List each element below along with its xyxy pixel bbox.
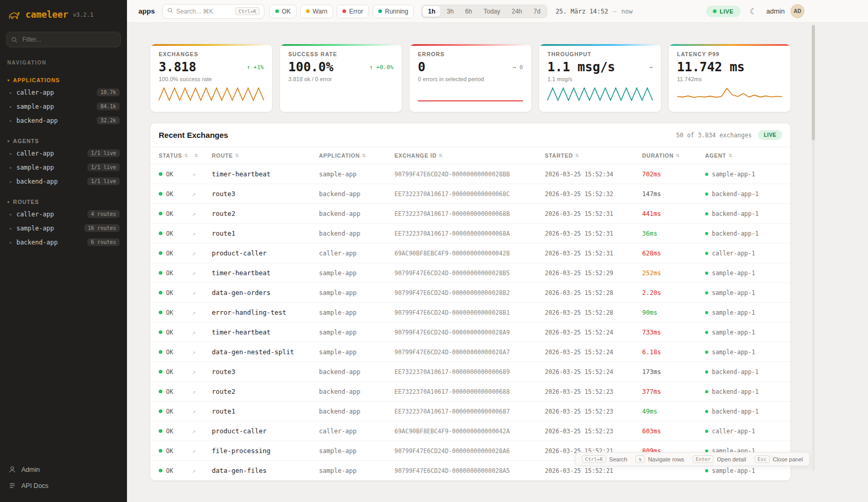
- table-row[interactable]: OK ↗ timer-heartbeat sample-app 90799F47…: [150, 323, 790, 342]
- sidebar-item-route[interactable]: ▸ caller-app 4 routes: [0, 207, 127, 221]
- range-button[interactable]: 24h: [506, 6, 527, 17]
- count-badge: 84.1k: [97, 102, 120, 110]
- table-row[interactable]: OK ↗ data-gen-orders sample-app 90799F47…: [150, 283, 790, 303]
- range-button[interactable]: 6h: [460, 6, 477, 17]
- table-row[interactable]: OK ↗ route3 backend-app EE7322370A10617-…: [150, 184, 790, 204]
- open-detail-icon[interactable]: ↗: [192, 171, 212, 178]
- column-label: STARTED: [545, 152, 573, 159]
- table-row[interactable]: OK ↗ timer-heartbeat sample-app 90799F47…: [150, 263, 790, 283]
- status-label: OK: [166, 171, 173, 178]
- filter-chip[interactable]: Error: [337, 5, 369, 18]
- open-detail-icon[interactable]: ↗: [192, 309, 212, 316]
- sidebar-section-routes[interactable]: ▾ ROUTES: [0, 197, 127, 207]
- open-detail-icon[interactable]: ↗: [192, 388, 212, 395]
- open-detail-icon[interactable]: ↗: [192, 428, 212, 435]
- filter-input[interactable]: [6, 32, 121, 47]
- sort-icon: ⇅: [676, 153, 680, 158]
- column-header[interactable]: ⇅: [192, 153, 212, 158]
- table-live-badge[interactable]: LIVE: [758, 130, 782, 140]
- column-header[interactable]: DURATION ⇅: [642, 152, 705, 159]
- chip-label: Warn: [313, 8, 327, 15]
- stat-delta: → 0: [513, 64, 523, 71]
- agent-label: sample-app-1: [712, 467, 755, 474]
- range-button[interactable]: 7d: [528, 6, 545, 17]
- status-dot-icon: [159, 449, 162, 453]
- table-row[interactable]: OK ↗ route2 backend-app EE7322370A10617-…: [150, 382, 790, 402]
- table-row[interactable]: OK ↗ data-gen-nested-split sample-app 90…: [150, 342, 790, 362]
- table-body: OK ↗ timer-heartbeat sample-app 90799F47…: [150, 164, 790, 481]
- open-detail-icon[interactable]: ↗: [192, 329, 212, 336]
- open-detail-icon[interactable]: ↗: [192, 230, 212, 237]
- open-detail-icon[interactable]: ↗: [192, 368, 212, 376]
- scrollbar-thumb[interactable]: [812, 25, 815, 140]
- logo[interactable]: cameleer v3.2.1: [0, 0, 127, 27]
- dark-mode-toggle[interactable]: ☾: [746, 4, 761, 19]
- search-input[interactable]: Search... ⌘K Ctrl+K: [162, 4, 264, 19]
- range-button[interactable]: 3h: [441, 6, 458, 17]
- breadcrumb[interactable]: apps: [138, 7, 155, 15]
- table-row[interactable]: OK ↗ route1 backend-app EE7322370A10617-…: [150, 224, 790, 243]
- kbd-key: Enter: [693, 455, 714, 463]
- table-row[interactable]: OK ↗ product-caller caller-app 69AC90BF8…: [150, 243, 790, 263]
- duration-cell: 90ms: [642, 309, 705, 316]
- sidebar-item-route[interactable]: ▸ sample-app 16 routes: [0, 221, 127, 235]
- duration-cell: 377ms: [642, 388, 705, 395]
- column-header[interactable]: APPLICATION ⇅: [319, 152, 394, 159]
- table-row[interactable]: OK ↗ timer-heartbeat sample-app 90799F47…: [150, 164, 790, 184]
- filter-chip[interactable]: Running: [373, 5, 414, 18]
- sidebar-item-application[interactable]: ▸ sample-app 84.1k: [0, 99, 127, 113]
- started-cell: 2026-03-25 15:52:24: [545, 368, 642, 376]
- filter-chip[interactable]: Warn: [300, 5, 333, 18]
- sidebar-item-agent[interactable]: ▸ sample-app 1/1 live: [0, 160, 127, 174]
- open-detail-icon[interactable]: ↗: [192, 447, 212, 455]
- range-button[interactable]: Today: [478, 6, 505, 17]
- sidebar-item-agent[interactable]: ▸ caller-app 1/1 live: [0, 146, 127, 160]
- open-detail-icon[interactable]: ↗: [192, 250, 212, 257]
- column-header[interactable]: ROUTE ⇅: [212, 152, 319, 159]
- filter-chip[interactable]: OK: [270, 5, 297, 18]
- sidebar-item-route[interactable]: ▸ backend-app 6 routes: [0, 235, 127, 249]
- sidebar-section-applications[interactable]: ▾ APPLICATIONS: [0, 75, 127, 85]
- card-accent-bar: [669, 44, 790, 46]
- stats-row: EXCHANGES 3.818 ↑ +1% 100.0% success rat…: [150, 44, 791, 112]
- status-label: OK: [166, 329, 173, 336]
- duration-cell: 2.20s: [642, 289, 705, 297]
- open-detail-icon[interactable]: ↗: [192, 289, 212, 297]
- column-header[interactable]: STATUS ⇅: [150, 152, 192, 159]
- open-detail-icon[interactable]: ↗: [192, 210, 212, 217]
- open-detail-icon[interactable]: ↗: [192, 349, 212, 356]
- range-button[interactable]: 1h: [423, 6, 440, 17]
- kbd-key: Ctrl+K: [582, 455, 606, 463]
- sidebar-item-admin[interactable]: Admin: [0, 461, 127, 478]
- open-detail-icon[interactable]: ↗: [192, 190, 212, 198]
- sidebar-section-agents[interactable]: ▾ AGENTS: [0, 136, 127, 146]
- table-row[interactable]: OK ↗ route1 backend-app EE7322370A10617-…: [150, 402, 790, 421]
- hint-item: Ctrl+K Search: [582, 455, 627, 463]
- column-header[interactable]: EXCHANGE ID ⇅: [394, 152, 545, 159]
- open-detail-icon[interactable]: ↗: [192, 467, 212, 474]
- sidebar-item-label: sample-app: [16, 164, 54, 171]
- column-header[interactable]: STARTED ⇅: [545, 152, 642, 159]
- status-dot-icon: [275, 9, 279, 13]
- table-row[interactable]: OK ↗ error-handling-test sample-app 9079…: [150, 303, 790, 323]
- agent-label: sample-app-1: [712, 289, 755, 297]
- topbar-right: LIVE ☾ admin AD: [706, 4, 805, 19]
- open-detail-icon[interactable]: ↗: [192, 269, 212, 277]
- sidebar-item-agent[interactable]: ▸ backend-app 1/1 live: [0, 174, 127, 188]
- open-detail-icon[interactable]: ↗: [192, 408, 212, 415]
- table-row[interactable]: OK ↗ route3 backend-app EE7322370A10617-…: [150, 362, 790, 382]
- sidebar-item-api-docs[interactable]: API Docs: [0, 478, 127, 494]
- user-name[interactable]: admin: [767, 7, 785, 15]
- avatar[interactable]: AD: [790, 4, 805, 18]
- time-range-display[interactable]: 25. März 14:52 — now: [556, 8, 633, 15]
- sidebar-item-application[interactable]: ▸ backend-app 32.2k: [0, 113, 127, 127]
- agent-status-dot-icon: [705, 311, 708, 314]
- table-row[interactable]: OK ↗ route2 backend-app EE7322370A10617-…: [150, 204, 790, 224]
- sidebar-item-label: backend-app: [16, 239, 57, 246]
- sidebar-item-application[interactable]: ▸ caller-app 10.7k: [0, 85, 127, 99]
- camel-logo-icon: [7, 8, 21, 21]
- live-toggle[interactable]: LIVE: [706, 6, 741, 17]
- column-header[interactable]: AGENT ⇅: [705, 152, 790, 159]
- table-row[interactable]: OK ↗ product-caller caller-app 69AC90BF8…: [150, 421, 790, 441]
- scrollbar[interactable]: [812, 25, 815, 471]
